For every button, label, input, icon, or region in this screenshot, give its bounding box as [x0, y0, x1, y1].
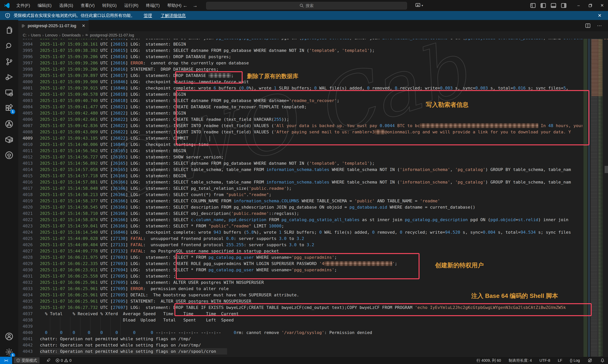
log-line[interactable]: 39952025-11-07 15:09:38.392 UTC [26015] … [18, 47, 608, 53]
toggle-sidebar-icon[interactable] [540, 3, 546, 8]
log-line[interactable]: 40162025-11-07 15:14:57.881 UTC [26166] … [18, 179, 608, 185]
log-line[interactable]: 40142025-11-07 15:14:57.058 UTC [26165] … [18, 166, 608, 173]
command-center-search[interactable]: 搜索 [206, 2, 407, 10]
close-window-button[interactable]: ✕ [596, 0, 608, 11]
log-line[interactable]: 40012025-11-07 15:09:39.915 UTC [16846] … [18, 85, 608, 91]
log-line[interactable]: 40132025-11-07 15:14:56.892 UTC [26165] … [18, 160, 608, 166]
github-icon[interactable] [5, 151, 14, 160]
menu-item[interactable]: 编辑(E) [35, 2, 54, 9]
eol[interactable]: LF [558, 358, 562, 363]
log-line[interactable]: 4042chattr: Operation not permitted whil… [18, 342, 608, 348]
remote-explorer-icon[interactable] [5, 88, 14, 97]
log-line[interactable]: 40152025-11-07 15:14:57.718 UTC [26166] … [18, 173, 608, 179]
banner-manage-link[interactable]: 管理 [144, 13, 152, 18]
log-line[interactable]: 40102025-11-07 15:14:40.006 UTC [16846] … [18, 141, 608, 148]
remote-indicator[interactable]: >< [0, 357, 12, 364]
menu-item[interactable]: 查看(V) [78, 2, 97, 9]
source-control-icon[interactable] [5, 57, 14, 66]
log-line[interactable]: 40022025-11-07 15:09:40.578 UTC [26018] … [18, 91, 608, 97]
breadcrumb-item[interactable]: Downloads [62, 33, 81, 38]
log-line[interactable]: 40122025-11-07 15:14:56.727 UTC [26165] … [18, 154, 608, 160]
log-line[interactable]: 39972025-11-07 15:09:39.206 UTC [26016] … [18, 60, 608, 66]
banner-learn-more-link[interactable]: 了解详细信息 [161, 13, 186, 18]
breadcrumb-item[interactable]: Users [31, 33, 41, 38]
log-line[interactable]: 40212025-11-07 15:14:58.710 UTC [26166] … [18, 210, 608, 217]
log-line[interactable]: 39942025-11-07 15:09:38.161 UTC [26015] … [18, 41, 608, 47]
scrollbar-handle[interactable] [605, 166, 608, 173]
search-sidebar-icon[interactable] [5, 42, 14, 51]
indent-setting[interactable]: 制表符长度: 4 [509, 358, 532, 363]
log-line[interactable]: 39962025-11-07 15:09:39.206 UTC [26016] … [18, 53, 608, 60]
log-line[interactable]: 4043chattr: Operation not permitted whil… [18, 348, 608, 354]
menu-item[interactable]: 终端(T) [143, 2, 162, 9]
menu-item[interactable]: 文件(F) [14, 2, 33, 9]
breadcrumb-item[interactable]: C: [23, 33, 26, 38]
log-line[interactable]: 40292025-11-07 16:06:22.335 UTC [27693] … [18, 260, 608, 267]
problems-status[interactable]: 0 0 [55, 358, 71, 363]
breadcrumb[interactable]: C:›Users›Lenovo›Downloads›postgresql-202… [18, 31, 608, 39]
restore-button[interactable] [584, 0, 596, 11]
log-line[interactable]: 40322025-11-07 16:06:25.961 UTC [27695] … [18, 279, 608, 286]
explorer-icon[interactable] [5, 26, 14, 35]
account-icon[interactable] [5, 332, 14, 341]
log-line[interactable]: 40282025-11-07 16:06:21.975 UTC [27693] … [18, 254, 608, 260]
log-line[interactable]: 40072025-11-07 15:09:42.836 UTC [26022] … [18, 123, 608, 129]
log-line[interactable]: 40312025-11-07 16:06:25.558 UTC [27695] … [18, 273, 608, 279]
log-line[interactable]: 40042025-11-07 15:09:41.477 UTC [26021] … [18, 104, 608, 110]
log-line[interactable]: 40032025-11-07 15:09:40.740 UTC [26018] … [18, 97, 608, 104]
menu-item[interactable]: 运行(R) [122, 2, 141, 9]
minimap[interactable] [582, 39, 604, 357]
minimize-button[interactable]: – [573, 0, 584, 11]
log-line[interactable]: 40362025-11-07 16:06:27.732 UTC [27697] … [18, 304, 608, 311]
breadcrumb-item[interactable]: postgresql-2025-11-07.log [90, 33, 134, 38]
log-line[interactable]: 40332025-11-07 16:06:25.961 UTC [27695] … [18, 286, 608, 292]
nav-back-icon[interactable]: ← [183, 3, 188, 9]
encoding[interactable]: UTF-8 [539, 358, 550, 363]
cursor-position[interactable]: 行 4009, 列 60 [477, 358, 501, 363]
log-line[interactable]: 40052025-11-07 15:09:42.480 UTC [26022] … [18, 110, 608, 116]
breadcrumb-item[interactable]: Lenovo [45, 33, 58, 38]
tab-close-icon[interactable]: ✕ [82, 23, 85, 28]
log-line[interactable]: 40192025-11-07 15:14:58.377 UTC [26166] … [18, 198, 608, 204]
log-line[interactable]: 39982025-11-07 15:09:39.206 UTC [26016] … [18, 66, 608, 72]
toggle-panel-icon[interactable] [551, 3, 556, 8]
extensions-icon[interactable]: 1 [5, 104, 14, 113]
rocket-icon[interactable] [46, 358, 51, 363]
log-line[interactable]: 40252025-11-07 15:44:09.028 UTC [27130] … [18, 235, 608, 242]
more-actions-icon[interactable]: ⋯ [597, 23, 602, 29]
log-line[interactable]: 40222025-11-07 15:14:58.874 UTC [26166] … [18, 217, 608, 223]
customize-layout-icon[interactable] [530, 3, 536, 8]
menu-item[interactable]: 帮助(H) [165, 2, 184, 9]
log-line[interactable]: 40172025-11-07 15:14:58.048 UTC [26166] … [18, 185, 608, 192]
live-share-icon[interactable] [5, 119, 14, 129]
run-debug-icon[interactable] [5, 73, 14, 82]
toggle-secondary-sidebar-icon[interactable] [561, 3, 567, 8]
log-line[interactable]: 40262025-11-07 15:44:09.404 UTC [27131] … [18, 242, 608, 248]
log-line[interactable]: 4041chattr: Operation not permitted whil… [18, 336, 608, 342]
docker-icon[interactable] [5, 135, 14, 144]
menu-item[interactable]: 转到(G) [100, 2, 119, 9]
restricted-mode-status[interactable]: 受限模式 [14, 357, 39, 364]
log-line[interactable]: 39932025-11-07 15:14:56.990 UTC [26166] … [18, 39, 608, 41]
log-line[interactable]: 40272025-11-07 15:44:09.778 UTC [27132] … [18, 248, 608, 254]
notifications-bell-icon[interactable] [600, 358, 605, 363]
log-line[interactable]: 40182025-11-07 15:14:58.213 UTC [26166] … [18, 192, 608, 198]
log-line[interactable]: 40302025-11-07 16:06:23.911 UTC [27694] … [18, 267, 608, 273]
new-window-dropdown-icon[interactable]: ▾ [415, 2, 426, 9]
log-line[interactable]: 4037 % Total % Received % Xferd Average … [18, 311, 608, 317]
menu-item[interactable]: 选择(S) [56, 2, 76, 9]
copilot-disabled-icon[interactable] [587, 358, 592, 363]
log-line[interactable]: 40062025-11-07 15:09:42.661 UTC [26022] … [18, 116, 608, 123]
log-line[interactable]: 39992025-11-07 15:09:39.897 UTC [26017] … [18, 72, 608, 79]
log-line[interactable]: 40232025-11-07 15:14:59.041 UTC [26166] … [18, 223, 608, 229]
nav-forward-icon[interactable]: → [193, 3, 198, 9]
log-line[interactable]: 40112025-11-07 15:14:56.562 UTC [26165] … [18, 148, 608, 154]
split-editor-icon[interactable] [585, 23, 591, 28]
language-mode[interactable]: {}Log [570, 358, 580, 363]
log-line[interactable]: 40082025-11-07 15:09:43.009 UTC [26022] … [18, 129, 608, 135]
log-line[interactable]: 40202025-11-07 15:14:58.545 UTC [26166] … [18, 204, 608, 210]
banner-close-icon[interactable]: ✕ [598, 13, 602, 18]
log-line[interactable]: 40242025-11-07 15:16:14.540 UTC [16846] … [18, 229, 608, 235]
log-line[interactable]: 40002025-11-07 15:09:39.900 UTC [16846] … [18, 79, 608, 85]
settings-gear-icon[interactable]: 1 [5, 348, 14, 357]
